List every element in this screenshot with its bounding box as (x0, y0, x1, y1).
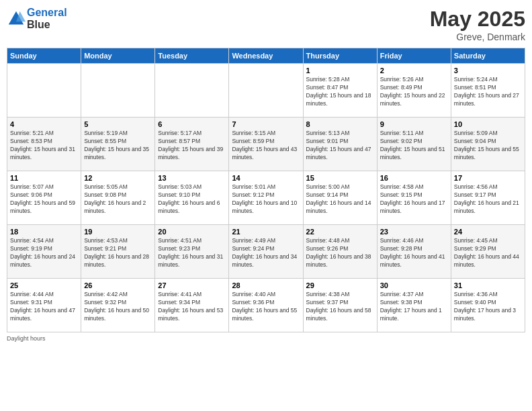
day-number: 11 (10, 174, 78, 182)
day-info: Sunrise: 5:07 AMSunset: 9:06 PMDaylight:… (10, 183, 78, 216)
calendar-cell: 30Sunrise: 4:37 AMSunset: 9:38 PMDayligh… (377, 279, 451, 332)
calendar-cell: 11Sunrise: 5:07 AMSunset: 9:06 PMDayligh… (7, 171, 81, 225)
day-info: Sunrise: 4:56 AMSunset: 9:17 PMDaylight:… (454, 183, 522, 216)
calendar-cell: 24Sunrise: 4:45 AMSunset: 9:29 PMDayligh… (451, 225, 525, 279)
calendar-cell (229, 64, 303, 118)
calendar-cell: 29Sunrise: 4:38 AMSunset: 9:37 PMDayligh… (303, 279, 377, 332)
calendar-header-row: Sunday Monday Tuesday Wednesday Thursday… (7, 48, 525, 64)
day-number: 20 (158, 228, 226, 236)
day-info: Sunrise: 5:24 AMSunset: 8:51 PMDaylight:… (454, 76, 522, 108)
day-info: Sunrise: 5:13 AMSunset: 9:01 PMDaylight:… (306, 130, 374, 162)
page: General Blue May 2025 Greve, Denmark Sun… (0, 0, 532, 411)
day-info: Sunrise: 4:48 AMSunset: 9:26 PMDaylight:… (306, 237, 374, 269)
footer-note: Daylight hours (7, 335, 525, 342)
day-info: Sunrise: 4:51 AMSunset: 9:23 PMDaylight:… (158, 237, 226, 269)
day-info: Sunrise: 5:01 AMSunset: 9:12 PMDaylight:… (232, 183, 300, 216)
day-number: 9 (380, 120, 448, 128)
calendar-cell: 12Sunrise: 5:05 AMSunset: 9:08 PMDayligh… (81, 171, 155, 225)
day-number: 27 (158, 281, 226, 289)
logo-text: General Blue (27, 7, 67, 30)
col-wednesday: Wednesday (229, 48, 303, 64)
day-number: 18 (10, 228, 78, 236)
day-info: Sunrise: 5:00 AMSunset: 9:14 PMDaylight:… (306, 183, 374, 216)
day-number: 29 (306, 281, 374, 289)
day-number: 15 (306, 174, 374, 182)
day-info: Sunrise: 4:49 AMSunset: 9:24 PMDaylight:… (232, 237, 300, 269)
day-number: 21 (232, 228, 300, 236)
day-number: 7 (232, 120, 300, 128)
col-saturday: Saturday (451, 48, 525, 64)
col-tuesday: Tuesday (155, 48, 229, 64)
day-number: 17 (454, 174, 522, 182)
day-info: Sunrise: 4:36 AMSunset: 9:40 PMDaylight:… (454, 291, 522, 323)
day-number: 30 (380, 281, 448, 289)
calendar-cell: 28Sunrise: 4:40 AMSunset: 9:36 PMDayligh… (229, 279, 303, 332)
day-number: 4 (10, 120, 78, 128)
day-number: 1 (306, 66, 374, 75)
day-info: Sunrise: 4:53 AMSunset: 9:21 PMDaylight:… (84, 237, 152, 269)
day-number: 23 (380, 228, 448, 236)
col-thursday: Thursday (303, 48, 377, 64)
day-info: Sunrise: 4:37 AMSunset: 9:38 PMDaylight:… (380, 291, 448, 323)
day-info: Sunrise: 5:11 AMSunset: 9:02 PMDaylight:… (380, 130, 448, 162)
col-sunday: Sunday (7, 48, 81, 64)
day-number: 13 (158, 174, 226, 182)
day-number: 22 (306, 228, 374, 236)
day-number: 12 (84, 174, 152, 182)
calendar-week-2: 4Sunrise: 5:21 AMSunset: 8:53 PMDaylight… (7, 118, 525, 171)
calendar-week-5: 25Sunrise: 4:44 AMSunset: 9:31 PMDayligh… (7, 279, 525, 332)
calendar-cell: 10Sunrise: 5:09 AMSunset: 9:04 PMDayligh… (451, 118, 525, 171)
day-info: Sunrise: 4:40 AMSunset: 9:36 PMDaylight:… (232, 291, 300, 323)
day-info: Sunrise: 5:21 AMSunset: 8:53 PMDaylight:… (10, 130, 78, 162)
calendar-cell: 18Sunrise: 4:54 AMSunset: 9:19 PMDayligh… (7, 225, 81, 279)
day-info: Sunrise: 4:45 AMSunset: 9:29 PMDaylight:… (454, 237, 522, 269)
calendar-cell: 17Sunrise: 4:56 AMSunset: 9:17 PMDayligh… (451, 171, 525, 225)
calendar-cell: 26Sunrise: 4:42 AMSunset: 9:32 PMDayligh… (81, 279, 155, 332)
day-info: Sunrise: 4:54 AMSunset: 9:19 PMDaylight:… (10, 237, 78, 269)
calendar-cell: 19Sunrise: 4:53 AMSunset: 9:21 PMDayligh… (81, 225, 155, 279)
day-info: Sunrise: 4:38 AMSunset: 9:37 PMDaylight:… (306, 291, 374, 323)
day-info: Sunrise: 5:17 AMSunset: 8:57 PMDaylight:… (158, 130, 226, 162)
day-number: 26 (84, 281, 152, 289)
calendar-cell (7, 64, 81, 118)
day-number: 16 (380, 174, 448, 182)
day-number: 25 (10, 281, 78, 289)
calendar-week-1: 1Sunrise: 5:28 AMSunset: 8:47 PMDaylight… (7, 64, 525, 118)
day-number: 31 (454, 281, 522, 289)
col-monday: Monday (81, 48, 155, 64)
calendar-cell: 2Sunrise: 5:26 AMSunset: 8:49 PMDaylight… (377, 64, 451, 118)
month-title: May 2025 (430, 7, 525, 32)
day-number: 8 (306, 120, 374, 128)
header: General Blue May 2025 Greve, Denmark (7, 7, 525, 42)
day-number: 28 (232, 281, 300, 289)
day-info: Sunrise: 5:28 AMSunset: 8:47 PMDaylight:… (306, 76, 374, 108)
calendar-cell: 13Sunrise: 5:03 AMSunset: 9:10 PMDayligh… (155, 171, 229, 225)
day-number: 2 (380, 66, 448, 75)
title-block: May 2025 Greve, Denmark (430, 7, 525, 42)
calendar-table: Sunday Monday Tuesday Wednesday Thursday… (7, 48, 525, 332)
calendar-cell: 6Sunrise: 5:17 AMSunset: 8:57 PMDaylight… (155, 118, 229, 171)
calendar-cell: 8Sunrise: 5:13 AMSunset: 9:01 PMDaylight… (303, 118, 377, 171)
day-info: Sunrise: 4:46 AMSunset: 9:28 PMDaylight:… (380, 237, 448, 269)
calendar-cell: 14Sunrise: 5:01 AMSunset: 9:12 PMDayligh… (229, 171, 303, 225)
calendar-cell: 20Sunrise: 4:51 AMSunset: 9:23 PMDayligh… (155, 225, 229, 279)
day-info: Sunrise: 5:09 AMSunset: 9:04 PMDaylight:… (454, 130, 522, 162)
day-info: Sunrise: 5:15 AMSunset: 8:59 PMDaylight:… (232, 130, 300, 162)
calendar-cell: 21Sunrise: 4:49 AMSunset: 9:24 PMDayligh… (229, 225, 303, 279)
calendar-cell: 3Sunrise: 5:24 AMSunset: 8:51 PMDaylight… (451, 64, 525, 118)
location: Greve, Denmark (430, 32, 525, 42)
calendar-cell: 31Sunrise: 4:36 AMSunset: 9:40 PMDayligh… (451, 279, 525, 332)
day-number: 6 (158, 120, 226, 128)
calendar-cell: 1Sunrise: 5:28 AMSunset: 8:47 PMDaylight… (303, 64, 377, 118)
calendar-cell: 16Sunrise: 4:58 AMSunset: 9:15 PMDayligh… (377, 171, 451, 225)
col-friday: Friday (377, 48, 451, 64)
calendar-cell: 27Sunrise: 4:41 AMSunset: 9:34 PMDayligh… (155, 279, 229, 332)
day-info: Sunrise: 4:44 AMSunset: 9:31 PMDaylight:… (10, 291, 78, 323)
logo: General Blue (7, 7, 67, 30)
calendar-cell: 4Sunrise: 5:21 AMSunset: 8:53 PMDaylight… (7, 118, 81, 171)
day-number: 10 (454, 120, 522, 128)
day-info: Sunrise: 4:42 AMSunset: 9:32 PMDaylight:… (84, 291, 152, 323)
calendar-cell (155, 64, 229, 118)
calendar-cell: 22Sunrise: 4:48 AMSunset: 9:26 PMDayligh… (303, 225, 377, 279)
calendar-week-3: 11Sunrise: 5:07 AMSunset: 9:06 PMDayligh… (7, 171, 525, 225)
